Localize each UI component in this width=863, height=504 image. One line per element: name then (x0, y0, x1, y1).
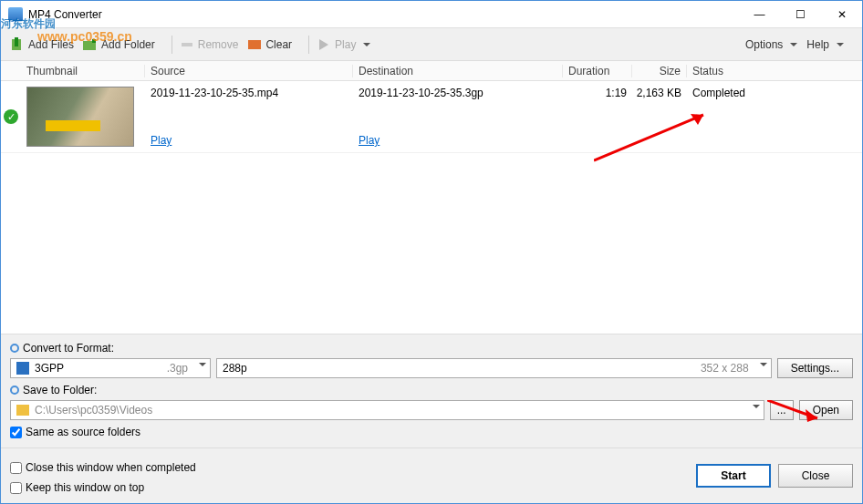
chevron-down-icon (199, 363, 206, 370)
remove-button[interactable]: Remove (180, 37, 239, 52)
convert-label: Convert to Format: (23, 342, 114, 355)
footer: Close this window when completed Keep th… (1, 447, 862, 503)
svg-marker-6 (319, 39, 328, 50)
settings-button[interactable]: Settings... (777, 358, 853, 378)
titlebar: MP4 Converter — ☐ ✕ (1, 1, 862, 28)
col-duration[interactable]: Duration (563, 65, 632, 77)
toolbar: Add Files Add Folder Remove Clear Play O… (1, 28, 862, 61)
close-when-done-checkbox[interactable]: Close this window when completed (10, 461, 196, 474)
dest-filename: 2019-11-23-10-25-35.3gp (359, 87, 557, 99)
open-button[interactable]: Open (799, 400, 853, 420)
chevron-down-icon (753, 405, 760, 412)
minimize-button[interactable]: — (739, 2, 780, 27)
svg-rect-1 (15, 37, 18, 46)
resolution-combo[interactable]: 288p 352 x 288 (216, 358, 772, 378)
col-status[interactable]: Status (687, 65, 862, 77)
save-label: Save to Folder: (23, 384, 97, 396)
format-combo[interactable]: 3GPP .3gp (10, 358, 211, 378)
options-menu[interactable]: Options (745, 38, 797, 51)
column-headers: Thumbnail Source Destination Duration Si… (1, 61, 862, 81)
thumbnail-image (26, 87, 134, 147)
bullet-icon (10, 344, 19, 353)
bullet-icon (10, 386, 19, 395)
status-value: Completed (687, 87, 862, 147)
resolution-value: 288p (223, 362, 247, 375)
toolbar-separator (172, 36, 172, 54)
col-thumbnail[interactable]: Thumbnail (21, 65, 145, 77)
close-when-done-input[interactable] (10, 462, 22, 474)
resolution-dim: 352 x 288 (701, 362, 749, 375)
svg-rect-5 (248, 40, 261, 49)
format-value: 3GPP (35, 362, 64, 375)
play-icon (317, 37, 331, 52)
clear-icon (247, 37, 262, 52)
table-row[interactable]: ✓ 2019-11-23-10-25-35.mp4 Play 2019-11-2… (1, 81, 862, 153)
toolbar-separator (308, 36, 309, 54)
svg-rect-4 (182, 43, 192, 46)
play-dest-link[interactable]: Play (359, 134, 557, 147)
format-ext: .3gp (167, 362, 188, 375)
play-source-link[interactable]: Play (151, 134, 348, 147)
keep-on-top-input[interactable] (10, 482, 22, 494)
close-button[interactable]: Close (778, 464, 853, 488)
folder-icon (16, 405, 29, 416)
format-icon (16, 362, 29, 375)
size-value: 2,163 KB (632, 87, 687, 147)
add-folder-button[interactable]: Add Folder (83, 37, 155, 52)
clear-label: Clear (265, 38, 292, 51)
col-destination[interactable]: Destination (353, 65, 563, 77)
remove-icon (180, 37, 194, 52)
remove-label: Remove (198, 38, 239, 51)
add-files-icon (10, 37, 25, 52)
svg-rect-3 (92, 39, 96, 43)
chevron-down-icon (760, 363, 767, 370)
add-folder-label: Add Folder (101, 38, 155, 51)
folder-path: C:\Users\pc0359\Videos (35, 404, 152, 417)
start-button[interactable]: Start (696, 464, 771, 488)
add-files-label: Add Files (28, 38, 74, 51)
browse-button[interactable]: ... (770, 400, 794, 420)
maximize-button[interactable]: ☐ (780, 2, 821, 27)
col-source[interactable]: Source (145, 65, 353, 77)
same-source-input[interactable] (10, 427, 22, 438)
play-label: Play (335, 38, 356, 51)
same-source-checkbox[interactable]: Same as source folders (10, 426, 853, 438)
folder-combo[interactable]: C:\Users\pc0359\Videos (10, 400, 764, 420)
check-icon: ✓ (4, 109, 18, 124)
window-title: MP4 Converter (28, 8, 739, 21)
app-icon (8, 7, 23, 22)
play-button[interactable]: Play (317, 37, 370, 52)
bottom-panel: Convert to Format: 3GPP .3gp 288p 352 x … (1, 334, 862, 447)
add-files-button[interactable]: Add Files (10, 37, 74, 52)
close-window-button[interactable]: ✕ (821, 2, 862, 27)
duration-value: 1:19 (563, 87, 632, 147)
col-size[interactable]: Size (632, 65, 687, 77)
add-folder-icon (83, 37, 98, 52)
file-list: ✓ 2019-11-23-10-25-35.mp4 Play 2019-11-2… (1, 81, 862, 334)
clear-button[interactable]: Clear (247, 37, 292, 52)
keep-on-top-checkbox[interactable]: Keep this window on top (10, 481, 196, 494)
help-menu[interactable]: Help (806, 38, 844, 51)
source-filename: 2019-11-23-10-25-35.mp4 (151, 87, 348, 99)
